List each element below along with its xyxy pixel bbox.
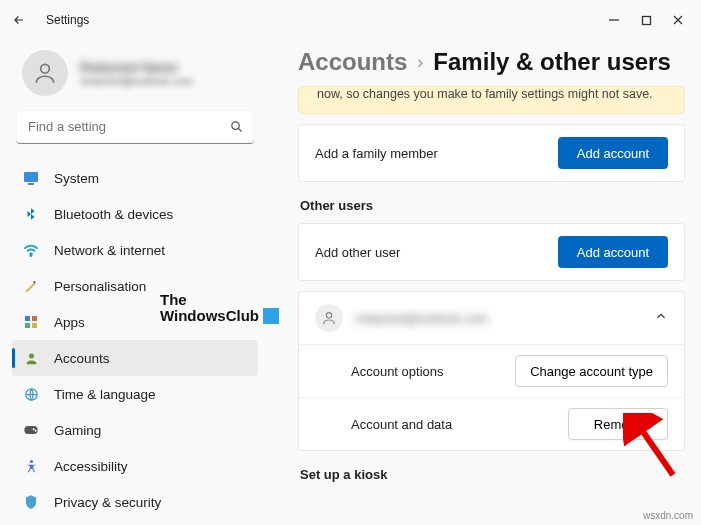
- title-bar: Settings: [0, 0, 701, 40]
- add-family-button[interactable]: Add account: [558, 137, 668, 169]
- maximize-button[interactable]: [639, 13, 653, 27]
- add-family-card: Add a family member Add account: [298, 124, 685, 182]
- svg-point-4: [41, 64, 50, 73]
- svg-rect-11: [25, 316, 30, 321]
- avatar: [22, 50, 68, 96]
- accessibility-icon: [22, 457, 40, 475]
- sidebar-item-label: Bluetooth & devices: [54, 207, 173, 222]
- back-button[interactable]: [10, 11, 28, 29]
- svg-rect-12: [32, 316, 37, 321]
- svg-rect-13: [25, 323, 30, 328]
- svg-rect-7: [24, 172, 38, 182]
- sidebar-item-gaming[interactable]: Gaming: [12, 412, 258, 448]
- account-options-row: Account options Change account type: [299, 344, 684, 397]
- person-icon: [22, 349, 40, 367]
- other-users-header: Other users: [300, 198, 685, 213]
- sidebar-item-label: Accessibility: [54, 459, 128, 474]
- account-data-label: Account and data: [351, 417, 452, 432]
- svg-point-9: [30, 255, 32, 257]
- page-title: Family & other users: [433, 48, 670, 76]
- svg-point-21: [326, 313, 331, 318]
- change-account-type-button[interactable]: Change account type: [515, 355, 668, 387]
- system-icon: [22, 169, 40, 187]
- sidebar-item-label: Personalisation: [54, 279, 146, 294]
- svg-rect-1: [642, 16, 650, 24]
- window-title: Settings: [46, 13, 89, 27]
- bluetooth-icon: [22, 205, 40, 223]
- close-button[interactable]: [671, 13, 685, 27]
- other-user-email: redacted@outlook.com: [355, 311, 489, 326]
- chevron-right-icon: ›: [417, 52, 423, 73]
- other-user-card: redacted@outlook.com Account options Cha…: [298, 291, 685, 451]
- warning-banner: now, so changes you make to family setti…: [298, 86, 685, 114]
- account-data-row: Account and data Remove: [299, 397, 684, 450]
- remove-button[interactable]: Remove: [568, 408, 668, 440]
- sidebar-item-label: Gaming: [54, 423, 101, 438]
- sidebar-item-label: System: [54, 171, 99, 186]
- wifi-icon: [22, 241, 40, 259]
- source-watermark: wsxdn.com: [643, 510, 693, 521]
- apps-icon: [22, 313, 40, 331]
- kiosk-header: Set up a kiosk: [300, 467, 685, 482]
- minimize-button[interactable]: [607, 13, 621, 27]
- sidebar-item-label: Accounts: [54, 351, 110, 366]
- sidebar-item-label: Privacy & security: [54, 495, 161, 510]
- sidebar: Redacted Name redacted@outlook.com Syste…: [0, 40, 270, 525]
- globe-icon: [22, 385, 40, 403]
- add-other-card: Add other user Add account: [298, 223, 685, 281]
- other-user-row[interactable]: redacted@outlook.com: [299, 292, 684, 344]
- profile-email: redacted@outlook.com: [80, 75, 193, 87]
- sidebar-item-personalisation[interactable]: Personalisation: [12, 268, 258, 304]
- svg-rect-8: [28, 183, 34, 185]
- add-family-label: Add a family member: [315, 146, 438, 161]
- svg-point-5: [232, 122, 240, 130]
- svg-point-20: [29, 459, 32, 462]
- svg-point-19: [35, 430, 37, 432]
- sidebar-item-accessibility[interactable]: Accessibility: [12, 448, 258, 484]
- sidebar-item-system[interactable]: System: [12, 160, 258, 196]
- sidebar-item-label: Time & language: [54, 387, 156, 402]
- profile-block[interactable]: Redacted Name redacted@outlook.com: [12, 44, 258, 110]
- breadcrumb-parent[interactable]: Accounts: [298, 48, 407, 76]
- chevron-up-icon: [654, 309, 668, 327]
- svg-line-6: [238, 128, 241, 131]
- search-icon: [229, 119, 244, 138]
- shield-icon: [22, 493, 40, 511]
- sidebar-item-label: Network & internet: [54, 243, 165, 258]
- add-other-button[interactable]: Add account: [558, 236, 668, 268]
- sidebar-item-network[interactable]: Network & internet: [12, 232, 258, 268]
- svg-point-18: [33, 428, 35, 430]
- search-input[interactable]: [16, 110, 254, 144]
- sidebar-item-privacy[interactable]: Privacy & security: [12, 484, 258, 520]
- sidebar-item-time[interactable]: Time & language: [12, 376, 258, 412]
- sidebar-item-accounts[interactable]: Accounts: [12, 340, 258, 376]
- sidebar-item-label: Apps: [54, 315, 85, 330]
- account-options-label: Account options: [351, 364, 444, 379]
- svg-rect-14: [32, 323, 37, 328]
- profile-name: Redacted Name: [80, 60, 193, 75]
- sidebar-item-bluetooth[interactable]: Bluetooth & devices: [12, 196, 258, 232]
- svg-rect-10: [33, 280, 36, 283]
- breadcrumb: Accounts › Family & other users: [298, 48, 685, 76]
- user-avatar-icon: [315, 304, 343, 332]
- add-other-label: Add other user: [315, 245, 400, 260]
- sidebar-item-apps[interactable]: Apps: [12, 304, 258, 340]
- paint-icon: [22, 277, 40, 295]
- gaming-icon: [22, 421, 40, 439]
- svg-point-15: [29, 353, 34, 358]
- content-pane: Accounts › Family & other users now, so …: [270, 40, 701, 525]
